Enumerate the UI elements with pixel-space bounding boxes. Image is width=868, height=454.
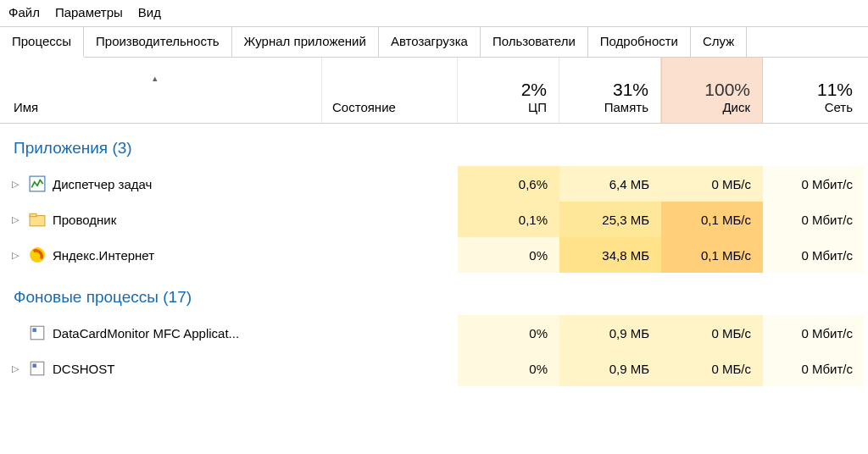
header-disk[interactable]: 100% Диск (661, 58, 763, 123)
process-name: DCSHOST (53, 362, 114, 376)
chevron-right-icon[interactable]: ▷ (12, 363, 22, 374)
menu-file[interactable]: Файл (8, 5, 40, 19)
chevron-right-icon[interactable]: ▷ (12, 250, 22, 261)
svg-rect-2 (30, 213, 36, 216)
chevron-right-icon[interactable]: ▷ (12, 179, 22, 190)
process-list: Приложения (3) ▷ Диспетчер задач 0,6% 6,… (0, 124, 868, 386)
memory-cell: 34,8 МБ (559, 237, 661, 273)
header-network-pct: 11% (817, 80, 853, 100)
memory-cell: 6,4 МБ (559, 166, 661, 202)
process-name: Проводник (53, 213, 116, 227)
header-network[interactable]: 11% Сеть (763, 58, 865, 123)
header-cpu-label: ЦП (528, 100, 547, 114)
menu-options[interactable]: Параметры (55, 5, 123, 19)
cpu-cell: 0% (458, 237, 559, 273)
header-name[interactable]: ▴ Имя (0, 58, 322, 123)
column-headers: ▴ Имя Состояние 2% ЦП 31% Память 100% Ди… (0, 58, 868, 124)
table-row[interactable]: ▷ DCSHOST 0% 0,9 МБ 0 МБ/с 0 Мбит/с (0, 351, 868, 386)
header-cpu[interactable]: 2% ЦП (458, 58, 559, 123)
process-name: Яндекс.Интернет (53, 248, 154, 263)
group-apps[interactable]: Приложения (3) (0, 124, 868, 166)
network-cell: 0 Мбит/с (763, 315, 865, 351)
cpu-cell: 0,6% (458, 166, 559, 202)
tab-services[interactable]: Служ (691, 27, 747, 57)
chevron-right-icon (12, 328, 22, 338)
disk-cell: 0 МБ/с (661, 166, 763, 202)
task-manager-icon (29, 175, 46, 192)
cpu-cell: 0,1% (458, 202, 559, 237)
header-network-label: Сеть (825, 100, 853, 114)
tabs: Процессы Производительность Журнал прило… (0, 26, 868, 58)
memory-cell: 0,9 МБ (559, 315, 661, 351)
tab-app-history[interactable]: Журнал приложений (232, 27, 379, 57)
menu-view[interactable]: Вид (138, 5, 161, 19)
app-icon (29, 324, 46, 341)
network-cell: 0 Мбит/с (763, 237, 865, 273)
tab-details[interactable]: Подробности (588, 27, 691, 57)
header-state-label: Состояние (332, 100, 457, 114)
yandex-icon (29, 246, 46, 263)
process-name: DataCardMonitor MFC Applicat... (53, 326, 239, 340)
memory-cell: 0,9 МБ (559, 351, 661, 386)
cpu-cell: 0% (458, 315, 559, 351)
disk-cell: 0 МБ/с (661, 351, 763, 386)
process-name: Диспетчер задач (53, 177, 152, 191)
header-memory-label: Память (604, 100, 648, 114)
table-row[interactable]: ▷ Проводник 0,1% 25,3 МБ 0,1 МБ/с 0 Мбит… (0, 202, 868, 237)
header-disk-label: Диск (722, 100, 750, 114)
app-icon (29, 360, 46, 377)
explorer-icon (29, 211, 46, 228)
network-cell: 0 Мбит/с (763, 351, 865, 386)
disk-cell: 0,1 МБ/с (661, 202, 763, 237)
sort-caret-icon: ▴ (153, 73, 158, 84)
table-row[interactable]: ▷ Яндекс.Интернет 0% 34,8 МБ 0,1 МБ/с 0 … (0, 237, 868, 273)
tab-performance[interactable]: Производительность (84, 27, 232, 57)
header-disk-pct: 100% (704, 80, 750, 100)
disk-cell: 0,1 МБ/с (661, 237, 763, 273)
table-row[interactable]: DataCardMonitor MFC Applicat... 0% 0,9 М… (0, 315, 868, 351)
cpu-cell: 0% (458, 351, 559, 386)
network-cell: 0 Мбит/с (763, 166, 865, 202)
svg-rect-1 (30, 216, 45, 226)
memory-cell: 25,3 МБ (559, 202, 661, 237)
tab-startup[interactable]: Автозагрузка (379, 27, 481, 57)
svg-rect-5 (32, 328, 36, 331)
chevron-right-icon[interactable]: ▷ (12, 214, 22, 225)
header-memory[interactable]: 31% Память (559, 58, 661, 123)
network-cell: 0 Мбит/с (763, 202, 865, 237)
menubar: Файл Параметры Вид (0, 0, 868, 26)
header-cpu-pct: 2% (521, 80, 547, 100)
group-background[interactable]: Фоновые процессы (17) (0, 273, 868, 315)
disk-cell: 0 МБ/с (661, 315, 763, 351)
header-name-label: Имя (14, 100, 321, 114)
tab-users[interactable]: Пользователи (481, 27, 588, 57)
table-row[interactable]: ▷ Диспетчер задач 0,6% 6,4 МБ 0 МБ/с 0 М… (0, 166, 868, 202)
tab-processes[interactable]: Процессы (0, 27, 84, 58)
header-state[interactable]: Состояние (322, 58, 458, 123)
svg-rect-7 (32, 363, 36, 367)
header-memory-pct: 31% (613, 80, 648, 100)
